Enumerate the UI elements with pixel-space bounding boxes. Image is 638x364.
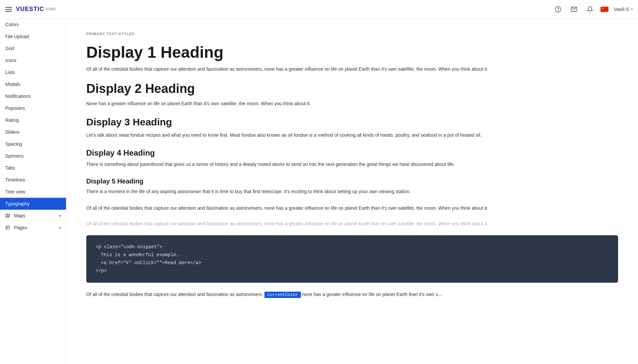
inline-code-keyword: currentColor — [264, 292, 301, 298]
sidebar-item-spinners[interactable]: Spinners — [0, 150, 66, 162]
display-5-heading: Display 5 Heading — [86, 177, 618, 185]
sidebar-item-label: Sliders — [5, 129, 20, 135]
sidebar-item-notifications[interactable]: Notifications — [0, 90, 66, 102]
code-line-2: This is a wonderful example. — [96, 251, 609, 259]
sidebar-item-label: Typography — [5, 201, 30, 206]
header: VUESTIC ADMIN Vasili S ▾ — [0, 0, 638, 19]
sidebar-item-label: Maps — [5, 213, 25, 218]
chevron-down-icon: ▾ — [59, 226, 61, 230]
typography-block-2: Display 2 Heading None has a greater inf… — [86, 82, 618, 107]
sidebar-item-spacing[interactable]: Spacing — [0, 138, 66, 150]
code-line-1: <p class="code-snippet"> — [96, 243, 609, 251]
sidebar-item-rating[interactable]: Rating — [0, 114, 66, 126]
sidebar: Colors File Upload Grid Icons Lists Moda… — [0, 19, 66, 364]
sidebar-item-label: Colors — [5, 22, 19, 27]
sidebar-item-label: Tabs — [5, 165, 15, 171]
sidebar-item-sliders[interactable]: Sliders — [0, 126, 66, 138]
body-layout: Colors File Upload Grid Icons Lists Moda… — [0, 19, 638, 364]
bell-icon[interactable] — [585, 4, 595, 15]
body-text-1: Of all of the celestial bodies that capt… — [86, 65, 618, 73]
sidebar-item-timelines[interactable]: Timelines — [0, 174, 66, 186]
sidebar-item-label: File Upload — [5, 34, 29, 39]
sidebar-item-grid[interactable]: Grid — [0, 42, 66, 54]
code-line-4: </p> — [96, 267, 609, 275]
svg-marker-3 — [6, 214, 10, 218]
logo-admin: ADMIN — [45, 7, 56, 11]
sidebar-item-modals[interactable]: Modals — [0, 78, 66, 90]
sidebar-item-label: Tree view — [5, 189, 25, 194]
sidebar-item-label: Pages — [5, 225, 27, 230]
hamburger-icon[interactable] — [5, 7, 12, 12]
sidebar-item-maps[interactable]: Maps ▾ — [0, 210, 66, 222]
sidebar-item-label: Spinners — [5, 153, 24, 159]
sidebar-item-label: Popovers — [5, 106, 25, 111]
logo-text: VUESTIC — [16, 6, 44, 13]
display-2-heading: Display 2 Heading — [86, 82, 618, 96]
chevron-down-icon: ▾ — [631, 7, 633, 11]
code-block: <p class="code-snippet"> This is a wonde… — [86, 235, 618, 283]
sidebar-item-label: Notifications — [5, 94, 31, 99]
section-label: PRIMARY TEXT STYLES — [86, 32, 618, 36]
code-line-3: <a href="#" onClick="">Read more</a> — [96, 259, 609, 267]
typography-block-1: Display 1 Heading Of all of the celestia… — [86, 44, 618, 73]
sidebar-item-colors[interactable]: Colors — [0, 19, 66, 31]
inline-code-paragraph: Of all of the celestial bodies that capt… — [86, 291, 618, 299]
sidebar-item-pages[interactable]: Pages ▾ — [0, 222, 66, 234]
user-name: Vasili S — [614, 7, 629, 12]
body-text-5: There is a moment in the life of any asp… — [86, 188, 618, 195]
body-text-2: None has a greater influence on life on … — [86, 100, 618, 107]
display-3-heading: Display 3 Heading — [86, 116, 618, 127]
header-left: VUESTIC ADMIN — [5, 6, 56, 13]
sidebar-item-icons[interactable]: Icons — [0, 54, 66, 66]
sidebar-item-label: Spacing — [5, 141, 22, 147]
sidebar-item-label: Rating — [5, 117, 19, 123]
inline-code-text-before: Of all of the celestial bodies that capt… — [86, 292, 263, 297]
sidebar-item-label: Icons — [5, 58, 16, 63]
mail-icon[interactable] — [569, 4, 579, 15]
sidebar-item-tree-view[interactable]: Tree view — [0, 186, 66, 198]
sidebar-item-label: Grid — [5, 46, 14, 51]
typography-block-5: Display 5 Heading There is a moment in t… — [86, 177, 618, 195]
typography-block-3: Display 3 Heading Let's talk about meat … — [86, 116, 618, 139]
sidebar-item-tabs[interactable]: Tabs — [0, 162, 66, 174]
body-text-regular: Of all of the celestial bodies that capt… — [86, 204, 618, 212]
display-1-heading: Display 1 Heading — [86, 44, 618, 61]
sidebar-item-label: Lists — [5, 70, 15, 75]
user-info[interactable]: Vasili S ▾ — [614, 7, 633, 12]
header-right: Vasili S ▾ — [553, 4, 633, 15]
svg-point-1 — [558, 10, 558, 11]
display-4-heading: Display 4 Heading — [86, 148, 618, 158]
logo: VUESTIC ADMIN — [16, 6, 56, 13]
typography-block-4: Display 4 Heading There is something abo… — [86, 148, 618, 168]
flag-icon — [601, 7, 608, 12]
body-text-4: There is something about parenthood that… — [86, 161, 618, 168]
sidebar-item-lists[interactable]: Lists — [0, 66, 66, 78]
help-icon[interactable] — [553, 4, 563, 15]
sidebar-item-popovers[interactable]: Popovers — [0, 102, 66, 114]
chevron-down-icon: ▾ — [59, 214, 61, 218]
body-text-3: Let's talk about meat fondue recipes and… — [86, 131, 618, 139]
sidebar-item-typography[interactable]: Typography — [0, 198, 66, 210]
sidebar-item-label: Modals — [5, 82, 20, 87]
inline-code-text-after: none has a greater influence on life on … — [302, 292, 442, 297]
body-text-muted: Of all of the celestial bodies that capt… — [86, 220, 618, 227]
sidebar-item-label: Timelines — [5, 177, 25, 182]
main-content: PRIMARY TEXT STYLES Display 1 Heading Of… — [66, 19, 638, 364]
sidebar-item-file-upload[interactable]: File Upload — [0, 31, 66, 42]
svg-rect-6 — [6, 226, 10, 230]
